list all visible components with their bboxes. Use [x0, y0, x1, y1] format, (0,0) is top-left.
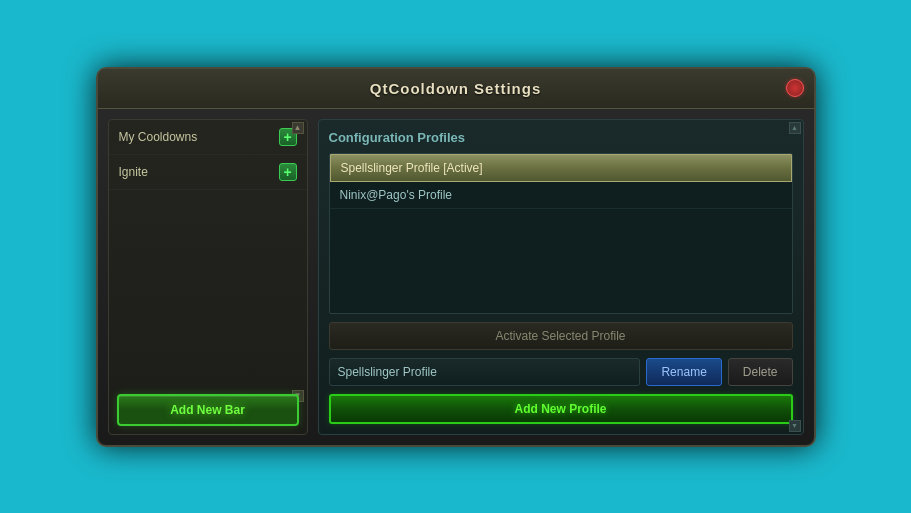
right-scroll-bottom[interactable]: ▼	[789, 420, 801, 432]
add-profile-label: Add New Profile	[514, 402, 606, 416]
rename-label: Rename	[661, 365, 706, 379]
profile-item-spellslinger[interactable]: Spellslinger Profile [Active]	[330, 154, 792, 182]
profile-item-spellslinger-label: Spellslinger Profile [Active]	[341, 161, 483, 175]
add-new-profile-button[interactable]: Add New Profile	[329, 394, 793, 424]
profile-name-input[interactable]	[329, 358, 641, 386]
profile-item-ninix-label: Ninix@Pago's Profile	[340, 188, 453, 202]
delete-button[interactable]: Delete	[728, 358, 793, 386]
left-panel-scrollbar: ▲ ▼	[291, 120, 305, 404]
scroll-up-arrow[interactable]: ▲	[292, 122, 304, 134]
sidebar-item-my-cooldowns-label: My Cooldowns	[119, 130, 198, 144]
profile-edit-row: Rename Delete	[329, 358, 793, 386]
sidebar-item-my-cooldowns[interactable]: My Cooldowns +	[109, 120, 307, 155]
profiles-list: Spellslinger Profile [Active] Ninix@Pago…	[329, 153, 793, 314]
profile-item-ninix[interactable]: Ninix@Pago's Profile	[330, 182, 792, 209]
window-title: QtCooldown Settings	[370, 80, 541, 97]
left-panel-bottom: Add New Bar	[109, 386, 307, 434]
close-button[interactable]	[786, 79, 804, 97]
activate-selected-profile-button[interactable]: Activate Selected Profile	[329, 322, 793, 350]
section-title: Configuration Profiles	[329, 130, 793, 145]
right-scroll-top[interactable]: ▲	[789, 122, 801, 134]
add-new-bar-button[interactable]: Add New Bar	[117, 394, 299, 426]
delete-label: Delete	[743, 365, 778, 379]
main-window: QtCooldown Settings My Cooldowns + Ignit…	[96, 67, 816, 447]
sidebar-item-ignite-label: Ignite	[119, 165, 148, 179]
left-panel: My Cooldowns + Ignite + ▲ ▼ Add New Bar	[108, 119, 308, 435]
sidebar-item-ignite[interactable]: Ignite +	[109, 155, 307, 190]
title-bar: QtCooldown Settings	[98, 69, 814, 109]
add-new-bar-label: Add New Bar	[170, 403, 245, 417]
window-body: My Cooldowns + Ignite + ▲ ▼ Add New Bar	[98, 109, 814, 445]
right-panel: ▲ ▼ Configuration Profiles Spellslinger …	[318, 119, 804, 435]
rename-button[interactable]: Rename	[646, 358, 721, 386]
activate-button-label: Activate Selected Profile	[495, 329, 625, 343]
